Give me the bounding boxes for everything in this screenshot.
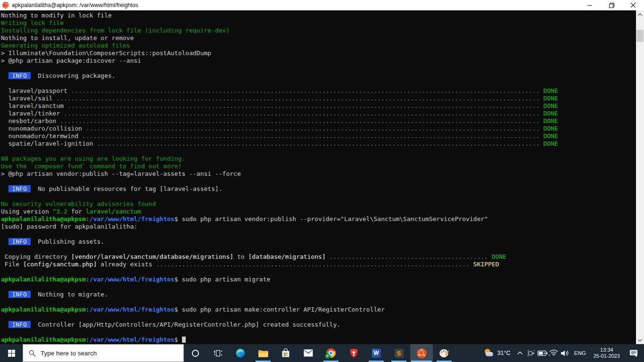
info-badge: INFO	[8, 291, 31, 298]
terminal-line	[1, 298, 636, 306]
terminal-cursor	[182, 337, 186, 343]
terminal-line: Installing dependencies from lock file (…	[1, 27, 636, 34]
terminal-line	[1, 178, 636, 185]
weather-widget[interactable]: 31°C	[480, 344, 514, 362]
chevron-up-icon	[517, 351, 523, 355]
edge-button[interactable]	[229, 344, 252, 362]
terminal-line: Generating optimized autoload files	[1, 42, 636, 49]
sublime-text-button[interactable]: S	[388, 344, 410, 362]
terminal-line	[1, 148, 636, 155]
terminal-line	[1, 80, 636, 87]
terminal-line: INFO Publishing assets.	[1, 238, 636, 246]
brave-button[interactable]	[342, 344, 365, 362]
terminal-line: No security vulnerability advisories fou…	[1, 200, 636, 208]
windows-logo-icon	[8, 350, 15, 357]
terminal-line	[1, 329, 636, 336]
word-button[interactable]: W	[365, 344, 388, 362]
chrome-button[interactable]: P	[320, 344, 342, 362]
terminal-output[interactable]: Nothing to modify in lock fileWriting lo…	[0, 10, 636, 344]
network-status-button[interactable]: *	[548, 344, 560, 362]
terminal-line: INFO Controller [app/Http/Controllers/AP…	[1, 321, 636, 329]
terminal-line: Use the `composer fund` command to find …	[1, 163, 636, 170]
terminal-line: Writing lock file	[1, 19, 636, 27]
terminal-line: 88 packages you are using are looking fo…	[1, 155, 636, 163]
close-button[interactable]	[622, 0, 644, 10]
temperature-label: 31°C	[497, 350, 511, 356]
terminal-line: apkpalanilalitha@apkpsm:/var/www/html/fr…	[1, 336, 636, 344]
info-badge: INFO	[8, 321, 31, 328]
task-view-button[interactable]	[206, 344, 229, 362]
terminal-line	[1, 283, 636, 291]
mail-button[interactable]	[297, 344, 320, 362]
info-badge: INFO	[8, 238, 31, 245]
info-badge: INFO	[8, 185, 31, 192]
ubuntu-terminal-button[interactable]	[410, 344, 433, 362]
time-label: 13:34	[600, 347, 613, 353]
search-icon	[29, 350, 36, 357]
terminal-line: > @php artisan package:discover --ansi	[1, 57, 636, 65]
info-badge: INFO	[8, 72, 31, 79]
terminal-line: nesbot/carbon ..........................…	[1, 117, 636, 125]
cortana-icon	[192, 350, 199, 357]
window-title: apkpalanilalitha@apkpsm: /var/www/html/f…	[12, 2, 138, 8]
terminal-line: nunomaduro/termwind ....................…	[1, 132, 636, 140]
scrollbar-up-arrow-icon[interactable]	[636, 10, 644, 18]
taskbar: Type here to search	[0, 344, 644, 362]
window-titlebar: apkpalanilalitha@apkpsm: /var/www/html/f…	[0, 0, 644, 10]
chrome-profile-badge: P	[325, 354, 330, 359]
battery-status-button[interactable]	[537, 344, 548, 362]
sublime-text-icon: S	[395, 349, 404, 358]
task-view-icon	[214, 349, 223, 358]
battery-charging-icon	[537, 350, 548, 356]
terminal-line	[1, 65, 636, 72]
ubuntu-icon	[417, 348, 427, 358]
meet-now-camera-icon	[527, 349, 536, 357]
wifi-no-internet-indicator: *	[549, 354, 550, 358]
word-icon: W	[372, 349, 381, 358]
terminal-line: nunomaduro/collision ...................…	[1, 125, 636, 132]
file-explorer-icon	[258, 349, 268, 357]
action-center-button[interactable]	[624, 344, 643, 362]
terminal-line: spatie/laravel-ignition ................…	[1, 140, 636, 148]
microsoft-store-button[interactable]	[274, 344, 297, 362]
start-button[interactable]	[0, 344, 23, 362]
terminal-line: Nothing to install, update or remove	[1, 34, 636, 42]
paint3d-icon	[439, 348, 449, 358]
terminal-line: Nothing to modify in lock file	[1, 12, 636, 19]
wifi-icon	[549, 350, 558, 356]
terminal-line: laravel/passport .......................…	[1, 87, 636, 95]
terminal-line: INFO Nothing to migrate.	[1, 291, 636, 298]
terminal-line	[1, 313, 636, 321]
weather-icon	[484, 349, 494, 357]
action-center-icon	[629, 349, 638, 357]
system-tray: 31°C *	[480, 344, 644, 362]
scrollbar-down-arrow-icon[interactable]	[636, 336, 644, 344]
date-label: 25-01-2023	[594, 353, 620, 359]
meet-now-button[interactable]	[526, 344, 537, 362]
terminal-line	[1, 246, 636, 253]
speaker-icon	[561, 350, 570, 357]
terminal-line: laravel/tinker .........................…	[1, 110, 636, 117]
terminal-line: laravel/sail ...........................…	[1, 95, 636, 102]
minimize-button[interactable]	[579, 0, 601, 10]
terminal-line	[1, 230, 636, 238]
terminal-line: > Illuminate\Foundation\ComposerScripts:…	[1, 49, 636, 57]
scrollbar-thumb[interactable]	[636, 30, 644, 42]
taskbar-search-input[interactable]: Type here to search	[23, 344, 184, 362]
terminal-line: File [config/sanctum.php] already exists…	[1, 261, 636, 268]
terminal-line: INFO No publishable resources for tag [l…	[1, 185, 636, 193]
clock[interactable]: 13:34 25-01-2023	[589, 344, 624, 362]
file-explorer-button[interactable]	[252, 344, 274, 362]
ubuntu-window-icon	[2, 2, 9, 8]
restore-button[interactable]	[601, 0, 622, 10]
tray-expand-button[interactable]	[514, 344, 526, 362]
language-indicator[interactable]: ENG	[571, 344, 589, 362]
terminal-line: Copying directory [vendor/laravel/sanctu…	[1, 253, 636, 261]
terminal-line: apkpalanilalitha@apkpsm:/var/www/html/fr…	[1, 306, 636, 313]
paint3d-button[interactable]	[433, 344, 455, 362]
volume-button[interactable]	[560, 344, 571, 362]
terminal-line: apkpalanilalitha@apkpsm:/var/www/html/fr…	[1, 276, 636, 283]
terminal-line: INFO Discovering packages.	[1, 72, 636, 80]
cortana-button[interactable]	[184, 344, 206, 362]
terminal-scrollbar[interactable]	[636, 10, 644, 344]
